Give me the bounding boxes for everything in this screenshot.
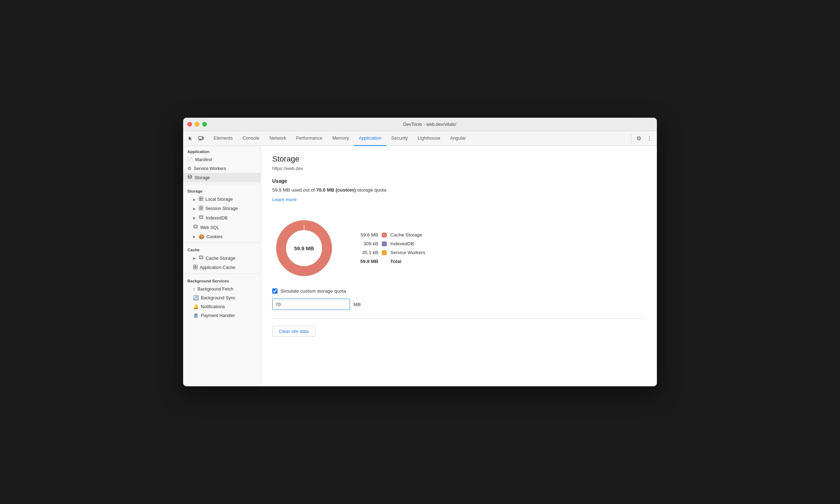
sidebar-item-serviceworkers[interactable]: ⚙ Service Workers <box>183 164 261 173</box>
legend-total-value: 59.9 MB <box>350 259 378 264</box>
chart-legend: 59.6 MB Cache Storage 309 kB IndexedDB 3… <box>350 232 425 264</box>
legend-indexeddb-color <box>382 241 387 246</box>
sidebar-item-cookies[interactable]: ▶ 🍪 Cookies <box>183 232 261 241</box>
minimize-button[interactable] <box>195 122 199 127</box>
simulate-quota-checkbox[interactable] <box>272 288 278 294</box>
svg-point-14 <box>194 225 197 226</box>
tab-memory[interactable]: Memory <box>327 131 354 146</box>
chart-area: 59.9 MB 59.6 MB Cache Storage 309 kB Ind… <box>272 216 646 280</box>
usage-section-title: Usage <box>272 178 646 184</box>
sidebar-item-indexeddb[interactable]: ▶ IndexedDB <box>183 213 261 223</box>
simulate-quota-row: Simulate custom storage quota <box>272 288 646 294</box>
tab-application[interactable]: Application <box>354 131 386 146</box>
payment-icon: 🏦 <box>193 313 199 318</box>
svg-rect-18 <box>193 267 195 269</box>
legend-cache-label: Cache Storage <box>390 232 422 238</box>
expand-arrow-icon: ▶ <box>193 235 196 239</box>
quota-input[interactable] <box>272 299 350 310</box>
device-icon[interactable] <box>197 134 206 143</box>
svg-point-13 <box>199 215 203 217</box>
svg-rect-8 <box>201 199 203 201</box>
sidebar-item-bgfetch[interactable]: ↕ Background Fetch <box>183 285 261 293</box>
sidebar-item-payment[interactable]: 🏦 Payment Handler <box>183 311 261 320</box>
simulate-quota-label[interactable]: Simulate custom storage quota <box>280 288 346 294</box>
sidebar-item-storage[interactable]: Storage <box>183 173 261 182</box>
quota-input-row: MB <box>272 299 646 310</box>
localstorage-icon <box>199 197 203 202</box>
learn-more-link[interactable]: Learn more <box>272 197 297 202</box>
svg-rect-6 <box>201 197 203 199</box>
svg-rect-17 <box>196 265 197 267</box>
expand-arrow-icon: ▶ <box>193 198 196 201</box>
svg-rect-12 <box>201 208 203 210</box>
content-divider <box>272 318 646 319</box>
legend-item-total: 59.9 MB Total <box>350 259 425 264</box>
settings-icon[interactable]: ⚙ <box>634 134 643 143</box>
bgfetch-icon: ↕ <box>193 286 196 292</box>
legend-sw-color <box>382 250 387 255</box>
legend-indexeddb-label: IndexedDB <box>390 241 414 246</box>
sidebar-section-storage: Storage <box>183 186 261 195</box>
tab-lighthouse[interactable]: Lighthouse <box>413 131 445 146</box>
tab-performance[interactable]: Performance <box>291 131 327 146</box>
sidebar-item-bgsync[interactable]: 🔄 Background Sync <box>183 293 261 302</box>
tabbar-tabs: Elements Console Network Performance Mem… <box>209 131 628 146</box>
svg-rect-10 <box>201 206 203 208</box>
tabbar-actions: ⚙ ⋮ <box>631 134 654 143</box>
content-area: Storage https://web.dev Usage 59.9 MB us… <box>261 146 657 386</box>
bgsync-icon: 🔄 <box>193 295 199 300</box>
svg-point-15 <box>199 256 203 257</box>
sidebar: Application 📄 Manifest ⚙ Service Workers <box>183 146 261 386</box>
storage-icon <box>187 175 192 181</box>
websql-icon <box>193 224 198 230</box>
tab-network[interactable]: Network <box>264 131 291 146</box>
divider-3 <box>183 274 261 274</box>
expand-arrow-icon: ▶ <box>193 256 196 260</box>
legend-sw-value: 35.1 kB <box>350 250 378 255</box>
tab-elements[interactable]: Elements <box>209 131 238 146</box>
legend-item-cache: 59.6 MB Cache Storage <box>350 232 425 238</box>
sidebar-item-cachestorage[interactable]: ▶ Cache Storage <box>183 253 261 263</box>
sidebar-item-appcache[interactable]: Application Cache <box>183 263 261 272</box>
svg-rect-0 <box>199 136 202 139</box>
titlebar: DevTools - web.dev/vitals/ <box>183 118 657 131</box>
more-options-icon[interactable]: ⋮ <box>645 134 654 143</box>
sidebar-item-sessionstorage[interactable]: ▶ Session Storage <box>183 204 261 213</box>
appcache-icon <box>193 265 198 270</box>
legend-item-sw: 35.1 kB Service Workers <box>350 250 425 255</box>
sidebar-item-notifications[interactable]: 🔔 Notifications <box>183 302 261 311</box>
page-url: https://web.dev <box>272 166 646 171</box>
clear-site-data-button[interactable]: Clear site data <box>272 326 315 337</box>
serviceworkers-icon: ⚙ <box>187 166 192 171</box>
quota-unit-label: MB <box>354 302 361 307</box>
legend-indexeddb-value: 309 kB <box>350 241 378 246</box>
cachestorage-icon <box>199 255 204 261</box>
notifications-icon: 🔔 <box>193 304 199 309</box>
sidebar-item-localstorage[interactable]: ▶ Local Storage <box>183 195 261 204</box>
svg-rect-19 <box>196 267 197 269</box>
donut-center-value: 59.9 MB <box>294 245 314 251</box>
svg-rect-16 <box>193 265 195 267</box>
maximize-button[interactable] <box>202 122 207 127</box>
tab-security[interactable]: Security <box>386 131 413 146</box>
tabbar: Elements Console Network Performance Mem… <box>183 131 657 146</box>
devtools-window: DevTools - web.dev/vitals/ Elements <box>183 118 657 386</box>
sidebar-item-websql[interactable]: Web SQL <box>183 223 261 232</box>
expand-arrow-icon: ▶ <box>193 216 196 220</box>
svg-rect-7 <box>199 199 201 201</box>
svg-rect-9 <box>199 206 201 208</box>
cursor-icon[interactable] <box>186 134 195 143</box>
legend-total-color <box>382 259 387 264</box>
tab-angular[interactable]: Angular <box>445 131 471 146</box>
legend-cache-color <box>382 233 387 238</box>
sidebar-item-manifest[interactable]: 📄 Manifest <box>183 155 261 164</box>
manifest-icon: 📄 <box>187 157 193 162</box>
close-button[interactable] <box>187 122 192 127</box>
svg-rect-5 <box>199 197 201 199</box>
tab-console[interactable]: Console <box>238 131 264 146</box>
window-title: DevTools - web.dev/vitals/ <box>207 122 653 127</box>
page-title: Storage <box>272 154 646 164</box>
legend-cache-value: 59.6 MB <box>350 232 378 238</box>
cookies-icon: 🍪 <box>199 234 204 239</box>
donut-chart: 59.9 MB <box>272 216 336 280</box>
